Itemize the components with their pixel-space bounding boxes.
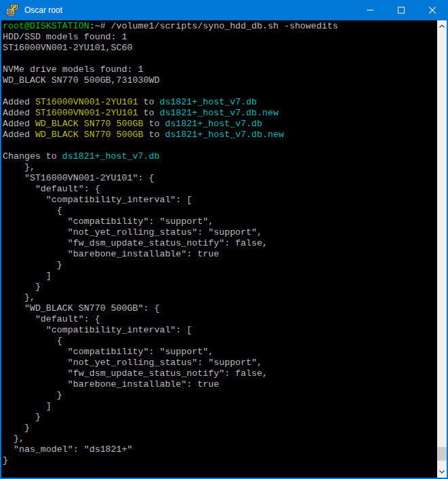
terminal-line: root@DISKSTATION:~# /volume1/scripts/syn… (3, 21, 437, 32)
terminal-line: } (3, 412, 437, 423)
titlebar[interactable]: Oscar root (0, 0, 448, 20)
minimize-button[interactable] (354, 0, 386, 20)
terminal-line: }, (3, 162, 437, 173)
terminal-line (3, 140, 437, 151)
terminal-line: NVMe drive models found: 1 (3, 64, 437, 75)
terminal-line: "compatibility_interval": [ (3, 325, 437, 336)
terminal-line: "compatibility": "support", (3, 216, 437, 227)
terminal-line: "compatibility": "support", (3, 347, 437, 358)
window-body: root@DISKSTATION:~# /volume1/scripts/syn… (0, 20, 448, 479)
scrollbar-thumb[interactable] (437, 447, 447, 461)
terminal-line: ] (3, 271, 437, 282)
scrollbar[interactable] (437, 20, 447, 478)
chevron-down-icon (439, 470, 445, 474)
scroll-up-button[interactable] (437, 20, 447, 32)
window-title: Oscar root (24, 5, 354, 15)
terminal-line: Added ST16000VN001-2YU101 to ds1821+_hos… (3, 108, 437, 119)
close-button[interactable] (417, 0, 448, 20)
close-icon (429, 7, 436, 14)
putty-window: Oscar root root@DISKSTATION:~# /volume1 (0, 0, 448, 479)
terminal-line: "not_yet_rolling_status": "support", (3, 358, 437, 368)
chevron-up-icon (439, 24, 445, 28)
terminal-line: } (3, 282, 437, 292)
scrollbar-track[interactable] (437, 32, 447, 466)
scroll-down-button[interactable] (437, 466, 447, 478)
terminal-output[interactable]: root@DISKSTATION:~# /volume1/scripts/syn… (1, 20, 437, 478)
terminal-line: } (3, 260, 437, 271)
terminal-line: "fw_dsm_update_status_notify": false, (3, 238, 437, 249)
terminal-line: "ST16000VN001-2YU101": { (3, 173, 437, 184)
terminal-line (3, 54, 437, 64)
terminal-line: Added WD_BLACK SN770 500GB to ds1821+_ho… (3, 130, 437, 140)
maximize-icon (398, 7, 405, 14)
terminal-line: "barebone_installable": true (3, 379, 437, 390)
terminal-line: ST16000VN001-2YU101,SC60 (3, 43, 437, 54)
terminal-line: "not_yet_rolling_status": "support", (3, 227, 437, 238)
terminal-line: Added WD_BLACK SN770 500GB to ds1821+_ho… (3, 119, 437, 130)
terminal-line: "fw_dsm_update_status_notify": false, (3, 368, 437, 379)
terminal-line: ] (3, 401, 437, 412)
terminal-line: Added ST16000VN001-2YU101 to ds1821+_hos… (3, 97, 437, 108)
terminal-line: Changes to ds1821+_host_v7.db (3, 151, 437, 162)
terminal-line: }, (3, 292, 437, 303)
maximize-button[interactable] (386, 0, 417, 20)
terminal-line: "WD_BLACK SN770 500GB": { (3, 303, 437, 314)
terminal-line: } (3, 423, 437, 434)
terminal-line: }, (3, 434, 437, 444)
terminal-line: "compatibility_interval": [ (3, 195, 437, 206)
terminal-line: "nas_model": "ds1821+" (3, 444, 437, 455)
terminal-line: "default": { (3, 184, 437, 195)
terminal-line: } (3, 455, 437, 466)
terminal-line: "barebone_installable": true (3, 249, 437, 260)
terminal-line: "default": { (3, 314, 437, 325)
terminal-line: { (3, 336, 437, 347)
terminal-line (3, 86, 437, 97)
caption-buttons (354, 0, 448, 20)
terminal-line: HDD/SSD models found: 1 (3, 32, 437, 43)
terminal-line: { (3, 206, 437, 216)
putty-icon (5, 3, 19, 17)
terminal-line: } (3, 390, 437, 401)
minimize-icon (367, 7, 373, 14)
terminal-line: WD_BLACK SN770 500GB,731030WD (3, 75, 437, 86)
